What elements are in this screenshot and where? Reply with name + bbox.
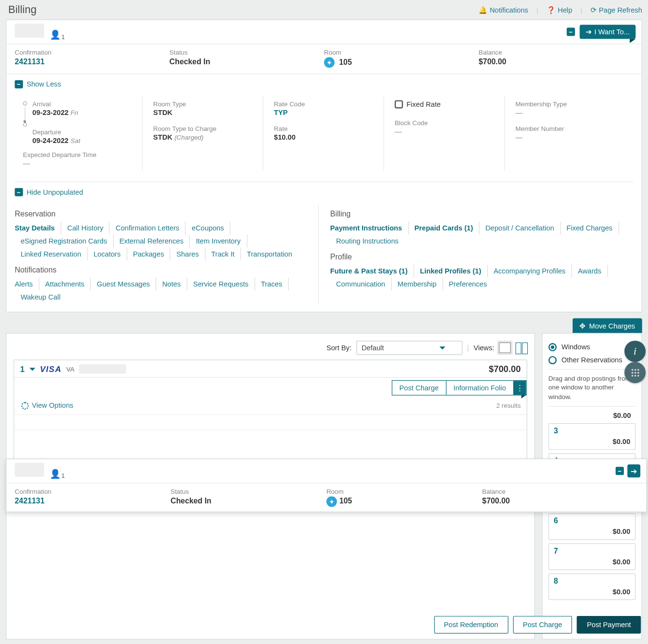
section-link[interactable]: eSigned Registration Cards [15, 235, 114, 248]
guest-avatar [15, 24, 44, 38]
rate-value: $10.00 [274, 133, 375, 142]
fixed-rate-label: Fixed Rate [407, 100, 441, 108]
refresh-link[interactable]: ⟳ Page Refresh [591, 6, 642, 14]
window-amount-top: $0.00 [553, 412, 631, 420]
rate-label: Rate [274, 125, 375, 132]
chevron-down-icon[interactable] [29, 368, 35, 373]
section-link[interactable]: Guest Messages [91, 278, 156, 291]
person-icon: 👤1 [50, 29, 65, 40]
nights-value: 1 [23, 118, 134, 127]
section-link[interactable]: Shares [170, 247, 205, 260]
window-card[interactable]: 6$0.00 [549, 514, 636, 540]
section-link[interactable]: Alerts [15, 278, 40, 291]
section-link[interactable]: Membership [392, 278, 443, 291]
room-label: Room [324, 49, 479, 56]
folio-balance: $700.00 [489, 364, 521, 374]
hide-unpopulated-toggle[interactable]: −Hide Unpopulated [6, 182, 641, 202]
section-link[interactable]: Notes [156, 278, 187, 291]
arrow-right-icon[interactable]: ➔ [627, 464, 640, 477]
gear-icon [21, 401, 29, 409]
status-label: Status [169, 49, 324, 56]
balance-label: Balance [479, 49, 633, 56]
section-link[interactable]: Traces [255, 278, 289, 291]
section-link[interactable]: Future & Past Stays (1) [330, 265, 414, 278]
notifications-heading: Notifications [15, 265, 306, 274]
arrival-label: Arrival [32, 100, 134, 107]
billing-heading: Billing [330, 209, 621, 218]
show-less-toggle[interactable]: − Show Less [6, 74, 641, 94]
section-link[interactable]: Awards [572, 265, 608, 278]
section-link[interactable]: External References [113, 235, 190, 248]
arrow-right-icon: ➔ [586, 28, 592, 36]
windows-radio[interactable]: Windows [549, 343, 636, 351]
room-value[interactable]: 105 [324, 57, 479, 68]
room-type-value: STDK [153, 108, 254, 116]
notification-links: AlertsAttachmentsGuest MessagesNotesServ… [15, 278, 306, 304]
section-link[interactable]: Deposit / Cancellation [479, 222, 561, 235]
i-want-to-button[interactable]: ➔ I Want To... [579, 25, 635, 39]
post-payment-button[interactable]: Post Payment [577, 616, 641, 634]
notifications-link[interactable]: 🔔 Notifications [479, 6, 528, 14]
keypad-bubble-icon[interactable] [624, 362, 646, 383]
section-link[interactable]: Call History [61, 222, 110, 235]
section-link[interactable]: Item Inventory [190, 235, 247, 248]
other-res-radio[interactable]: Other Reservations [549, 356, 636, 364]
section-link[interactable]: Stay Details [15, 222, 61, 235]
collapse-icon[interactable]: − [567, 28, 575, 36]
results-count: 2 results [496, 402, 521, 409]
section-link[interactable]: Linked Reservation [15, 247, 88, 260]
window-card[interactable]: 7$0.00 [549, 544, 636, 570]
section-link[interactable]: Service Requests [187, 278, 255, 291]
section-link[interactable]: Attachments [39, 278, 91, 291]
exp-dep-label: Expected Departure Time [23, 151, 134, 158]
view-options-link[interactable]: View Options [20, 398, 74, 414]
rate-code-label: Rate Code [274, 100, 375, 107]
view-split-icon[interactable] [516, 343, 527, 353]
sort-label: Sort By: [326, 343, 352, 352]
window-number[interactable]: 1 [20, 364, 25, 373]
section-link[interactable]: Fixed Charges [561, 222, 619, 235]
section-link[interactable]: Prepaid Cards (1) [409, 222, 479, 235]
section-link[interactable]: Confirmation Letters [110, 222, 185, 235]
views-label: Views: [474, 343, 494, 352]
confirmation-value[interactable]: 2421131 [15, 496, 171, 505]
section-link[interactable]: Locators [87, 247, 127, 260]
sort-select[interactable]: Default [356, 341, 463, 355]
window-card[interactable]: 3$0.00 [549, 423, 636, 450]
section-link[interactable]: Preferences [443, 278, 493, 291]
post-charge-link[interactable]: Post Charge [392, 381, 446, 395]
card-masked: XXXXX [79, 364, 127, 373]
status-value: Checked In [170, 496, 326, 505]
rate-code-value[interactable]: TYP [274, 108, 375, 116]
section-link[interactable]: Payment Instructions [330, 222, 409, 235]
page-title: Billing [8, 3, 37, 16]
member-type-label: Membership Type [516, 100, 617, 107]
sticky-header: 👤1 − ➔ Confirmation2421131 StatusChecked… [6, 458, 647, 512]
fixed-rate-checkbox[interactable] [394, 100, 403, 108]
confirmation-value[interactable]: 2421131 [15, 57, 169, 66]
section-link[interactable]: Transportation [241, 247, 298, 260]
balance-value: $700.00 [479, 57, 633, 66]
section-link[interactable]: eCoupons [186, 222, 230, 235]
collapse-icon[interactable]: − [616, 467, 624, 475]
section-link[interactable]: Wakeup Call [15, 290, 67, 303]
folio-more-button[interactable]: ⋮ [513, 381, 526, 395]
post-charge-button[interactable]: Post Charge [513, 616, 572, 634]
room-value[interactable]: 105 [326, 496, 482, 507]
post-redemption-button[interactable]: Post Redemption [434, 616, 508, 634]
view-single-icon[interactable] [499, 343, 510, 353]
information-folio-link[interactable]: Information Folio [446, 381, 513, 395]
help-link[interactable]: ❓ Help [547, 6, 572, 14]
section-link[interactable]: Packages [127, 247, 170, 260]
departure-label: Departure [32, 129, 134, 136]
chevron-down-icon [439, 346, 445, 352]
info-bubble-icon[interactable]: i [624, 341, 646, 362]
section-link[interactable]: Accompanying Profiles [488, 265, 572, 278]
window-card[interactable]: 8$0.00 [549, 573, 636, 600]
section-link[interactable]: Linked Profiles (1) [414, 265, 488, 278]
section-link[interactable]: Track It [205, 247, 241, 260]
move-charges-button[interactable]: ✥ Move Charges [573, 318, 642, 334]
section-link[interactable]: Communication [330, 278, 392, 291]
section-link[interactable]: Routing Instructions [330, 235, 405, 248]
room-status-icon [324, 57, 335, 68]
